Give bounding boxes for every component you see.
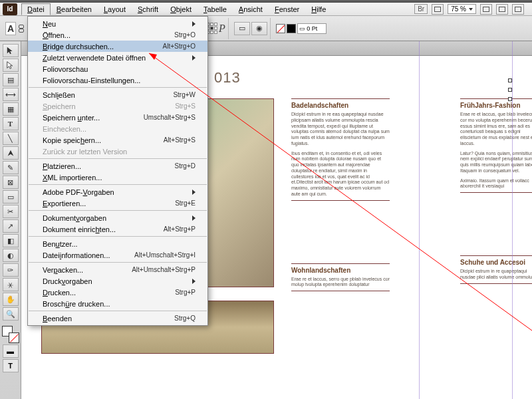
- fill-swatch[interactable]: [276, 24, 285, 33]
- body-bade-2: Ibus enditam et, in consentio et et, odi…: [291, 151, 390, 198]
- menu-item[interactable]: Speichern unter...Umschalt+Strg+S: [28, 112, 207, 123]
- menu-item-shortcut: Alt+Strg+S: [164, 136, 196, 144]
- menu-item[interactable]: Drucken...Strg+P: [28, 287, 207, 298]
- zoom-tool[interactable]: 🔍: [3, 307, 19, 321]
- menu-item-shortcut: Umschalt+Strg+S: [144, 114, 196, 121]
- gradient-feather-tool[interactable]: ◐: [3, 249, 19, 262]
- menu-objekt[interactable]: Objekt: [164, 3, 198, 15]
- selection-tool[interactable]: [3, 44, 19, 57]
- menu-datei[interactable]: Datei: [21, 3, 51, 15]
- menu-separator: [29, 311, 207, 311]
- note-tool[interactable]: ✑: [3, 263, 19, 277]
- menu-item[interactable]: Broschüre drucken...: [28, 298, 207, 309]
- content-collector-tool[interactable]: ▦: [3, 102, 19, 116]
- apply-color-icon[interactable]: ▬: [3, 344, 19, 358]
- guide-vertical-2[interactable]: [512, 41, 513, 399]
- menu-item[interactable]: Dateiinformationen...Alt+Umschalt+Strg+I: [28, 249, 207, 261]
- hand-tool[interactable]: ✋: [3, 293, 19, 306]
- gradient-swatch-tool[interactable]: ◧: [3, 234, 19, 247]
- menu-item-label: Benutzer...: [43, 240, 78, 248]
- fill-stroke-swatch[interactable]: [2, 326, 19, 343]
- menu-item[interactable]: XML importieren...: [28, 172, 207, 183]
- menu-item-label: Kopie speichern...: [43, 136, 101, 144]
- menu-item-label: Zurück zur letzten Version: [43, 148, 127, 156]
- menu-item[interactable]: Kopie speichern...Alt+Strg+S: [28, 134, 207, 146]
- formatting-text-icon[interactable]: T: [3, 359, 19, 372]
- arrange-icon[interactable]: [512, 4, 524, 15]
- menu-item[interactable]: Zuletzt verwendete Datei öffnen: [28, 52, 207, 63]
- menu-item-label: Foliovorschau-Einstellungen...: [43, 76, 140, 84]
- menu-item[interactable]: Bridge durchsuchen...Alt+Strg+O: [28, 41, 207, 52]
- menu-item[interactable]: Foliovorschau: [28, 63, 207, 74]
- menu-item-label: Verpacken...: [43, 266, 83, 274]
- free-transform-tool[interactable]: ↗: [3, 219, 19, 233]
- menu-item-shortcut: Alt+Strg+P: [164, 225, 196, 233]
- menu-item-label: Speichern unter...: [43, 114, 100, 122]
- menu-schrift[interactable]: Schrift: [132, 3, 164, 15]
- pencil-tool[interactable]: ✎: [3, 161, 19, 174]
- page-indicator-a[interactable]: A: [5, 22, 16, 35]
- menu-ansicht[interactable]: Ansicht: [233, 3, 269, 15]
- menu-tabelle[interactable]: Tabelle: [198, 3, 233, 15]
- menu-separator: [29, 87, 207, 88]
- menu-item-label: Exportieren...: [43, 200, 86, 207]
- menu-item[interactable]: BeendenStrg+Q: [28, 313, 207, 324]
- rectangle-tool[interactable]: ▭: [3, 190, 19, 203]
- menu-item-shortcut: Strg+Q: [174, 315, 196, 322]
- chevron-down-icon: [469, 8, 473, 11]
- menu-item-label: Zuletzt verwendete Datei öffnen: [43, 54, 146, 62]
- text-frame-fashion[interactable]: FrühJahrs-Fashion Erae re et laccus, que…: [460, 98, 532, 193]
- selection-handle[interactable]: [508, 78, 512, 82]
- menu-layout[interactable]: Layout: [98, 3, 132, 15]
- text-frame-wohn[interactable]: Wohnlandschaften Erae re et laccus, serr…: [291, 263, 390, 292]
- page-tool[interactable]: ▤: [3, 73, 19, 86]
- select-content-icon[interactable]: ◉: [251, 22, 267, 35]
- bridge-button[interactable]: Br: [414, 4, 428, 14]
- menu-item-shortcut: Alt+Umschalt+Strg+I: [134, 251, 196, 259]
- view-options-icon[interactable]: [480, 4, 492, 15]
- menu-item-label: Drucken...: [43, 289, 76, 297]
- menu-item[interactable]: Verpacken...Alt+Umschalt+Strg+P: [28, 264, 207, 275]
- screen-mode-icon[interactable]: [432, 4, 444, 15]
- menu-item-label: Druckvorgaben: [43, 277, 92, 285]
- text-frame-schuhe[interactable]: Schuhe und Accesoi Dicipid estrum in re …: [460, 255, 532, 284]
- stroke-weight-field[interactable]: ▭ 0 Pt: [297, 23, 327, 34]
- direct-selection-tool[interactable]: [3, 59, 19, 72]
- menu-item[interactable]: Dokumentvorgaben: [28, 212, 207, 223]
- menu-item[interactable]: Platzieren...Strg+D: [28, 160, 207, 172]
- selection-handle[interactable]: [508, 97, 512, 101]
- menu-hilfe[interactable]: Hilfe: [305, 3, 332, 15]
- selection-handle[interactable]: [508, 88, 512, 92]
- menu-item[interactable]: Dokument einrichten...Alt+Strg+P: [28, 223, 207, 235]
- select-container-icon[interactable]: ▭: [234, 22, 250, 35]
- menu-item[interactable]: Exportieren...Strg+E: [28, 198, 207, 209]
- menu-item-shortcut: Strg+D: [175, 162, 196, 170]
- menu-item[interactable]: Adobe PDF-Vorgaben: [28, 186, 207, 198]
- menu-item[interactable]: Öffnen...Strg+O: [28, 29, 207, 41]
- menu-item-label: Schließen: [43, 91, 75, 99]
- menu-fenster[interactable]: Fenster: [269, 3, 305, 15]
- paragraph-icon[interactable]: P: [219, 23, 225, 35]
- stroke-swatch[interactable]: [287, 24, 296, 33]
- line-tool[interactable]: ╲: [3, 132, 19, 145]
- zoom-value: 75 %: [451, 5, 466, 13]
- link-icon[interactable]: [17, 22, 25, 35]
- menu-item[interactable]: Foliovorschau-Einstellungen...: [28, 74, 207, 86]
- menu-item[interactable]: Neu: [28, 18, 207, 29]
- gap-tool[interactable]: ⟷: [3, 88, 19, 101]
- zoom-select[interactable]: 75 %: [448, 4, 476, 14]
- menu-item-shortcut: Strg+E: [175, 200, 196, 207]
- menu-item: Einchecken...: [28, 123, 207, 134]
- pen-tool[interactable]: [3, 146, 19, 160]
- type-tool[interactable]: T: [3, 117, 19, 130]
- rectangle-frame-tool[interactable]: ⊠: [3, 176, 19, 189]
- menu-item[interactable]: Benutzer...: [28, 238, 207, 249]
- menu-item[interactable]: Druckvorgaben: [28, 275, 207, 287]
- guide-vertical[interactable]: [419, 41, 420, 399]
- screen-layout-icon[interactable]: [496, 4, 508, 15]
- eyedropper-tool[interactable]: ⚹: [3, 278, 19, 291]
- scissors-tool[interactable]: ✂: [3, 205, 19, 218]
- menu-item[interactable]: SchließenStrg+W: [28, 89, 207, 100]
- menu-bearbeiten[interactable]: Bearbeiten: [51, 3, 98, 15]
- text-frame-bade[interactable]: Badelandschaften Dicipid estrum in re ea…: [291, 98, 390, 201]
